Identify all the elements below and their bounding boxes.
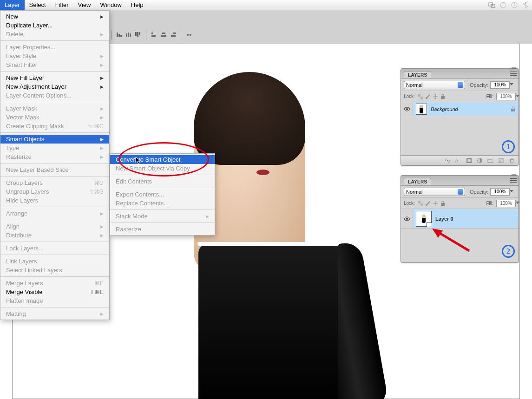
menu-item-type: Type▶: [0, 144, 109, 152]
fill-value[interactable]: 100%: [496, 200, 516, 207]
menu-item-rasterize: Rasterize▶: [0, 152, 109, 161]
smart-objects-submenu: Convert to Smart ObjectNew Smart Object …: [110, 153, 215, 235]
visibility-toggle[interactable]: [401, 209, 413, 228]
menu-item-new-layer-based-slice: New Layer Based Slice: [0, 165, 109, 174]
menu-item-ungroup-layers: Ungroup Layers⇧⌘G: [0, 187, 109, 196]
lock-position-icon[interactable]: [433, 201, 438, 206]
svg-rect-2: [120, 35, 122, 37]
svg-rect-0: [117, 33, 118, 37]
svg-text:fx: fx: [455, 158, 459, 163]
svg-rect-26: [420, 97, 423, 99]
lock-label: Lock:: [404, 201, 415, 206]
fill-value[interactable]: 100%: [496, 93, 516, 100]
menu-item-convert-to-smart-object[interactable]: Convert to Smart Object: [110, 155, 215, 164]
folder-icon[interactable]: [487, 157, 493, 164]
lock-all-icon[interactable]: [440, 94, 446, 99]
menu-item-lock-layers: Lock Layers...: [0, 244, 109, 253]
menu-item-export-contents: Export Contents...: [110, 190, 215, 199]
layer-row-layer0[interactable]: Layer 0: [401, 209, 519, 229]
opacity-value[interactable]: 100%: [490, 188, 510, 196]
menu-item-merge-visible[interactable]: Merge Visible⇧⌘E: [0, 288, 109, 296]
layer-name[interactable]: Layer 0: [435, 216, 453, 222]
menu-item-smart-objects[interactable]: Smart Objects▶: [0, 135, 109, 144]
menubar-view[interactable]: View: [73, 0, 96, 10]
svg-rect-11: [162, 33, 165, 34]
menu-item-new-fill-layer[interactable]: New Fill Layer▶: [0, 73, 109, 82]
new-layer-icon[interactable]: [498, 157, 504, 164]
panel-menu-icon[interactable]: [510, 71, 517, 76]
layers-tab[interactable]: LAYERS: [404, 178, 431, 185]
menu-separator: [0, 40, 109, 41]
menu-item-vector-mask: Vector Mask▶: [0, 113, 109, 122]
menu-separator: [0, 276, 109, 277]
panel-menu-icon[interactable]: [510, 177, 517, 183]
menu-separator: [0, 102, 109, 102]
fx-icon[interactable]: fx: [455, 157, 461, 164]
menubar-layer[interactable]: Layer: [0, 0, 25, 10]
menu-item-new-smart-object-via-copy: New Smart Object via Copy: [110, 164, 215, 173]
blend-mode-select[interactable]: Normal: [404, 81, 465, 89]
annotation-number-2: 2: [502, 245, 515, 258]
menu-separator: [0, 163, 109, 164]
layer-thumbnail[interactable]: [416, 104, 427, 115]
layer-thumbnail[interactable]: [416, 211, 432, 227]
layer-name[interactable]: Background: [431, 106, 458, 112]
menubar-help[interactable]: Help: [126, 0, 148, 10]
menubar-window[interactable]: Window: [96, 0, 126, 10]
lock-paint-icon[interactable]: [425, 201, 431, 206]
menu-item-group-layers: Group Layers⌘G: [0, 178, 109, 187]
svg-point-34: [467, 159, 471, 162]
link-icon[interactable]: [445, 157, 451, 164]
eye-icon: [404, 107, 410, 111]
panel-footer: fx: [401, 155, 519, 165]
smart-object-badge: [427, 222, 432, 227]
opacity-label: Opacity:: [470, 82, 488, 88]
lock-all-icon[interactable]: [440, 201, 446, 206]
sync-disabled-icon: [499, 1, 507, 9]
svg-point-27: [426, 97, 427, 99]
adjustment-icon[interactable]: [477, 157, 483, 164]
menu-item-new-adjustment-layer[interactable]: New Adjustment Layer▶: [0, 82, 109, 91]
svg-rect-6: [135, 32, 137, 36]
lock-position-icon[interactable]: [433, 94, 438, 99]
menu-separator: [0, 220, 109, 220]
layers-tab[interactable]: LAYERS: [404, 71, 431, 78]
layer-menu: New▶Duplicate Layer...Delete▶Layer Prope…: [0, 10, 110, 320]
menubar-select[interactable]: Select: [25, 0, 51, 10]
svg-rect-42: [441, 203, 445, 206]
svg-rect-7: [137, 32, 138, 37]
svg-point-30: [406, 108, 408, 110]
visibility-toggle[interactable]: [401, 102, 413, 116]
mask-icon[interactable]: [466, 157, 472, 164]
menu-item-create-clipping-mask: Create Clipping Mask⌥⌘G: [0, 122, 109, 131]
menu-separator: [110, 209, 215, 210]
layer-row-background[interactable]: Background: [401, 102, 519, 116]
menu-item-rasterize: Rasterize: [110, 225, 215, 234]
menu-separator: [110, 222, 215, 223]
menu-item-select-linked-layers: Select Linked Layers: [0, 266, 109, 275]
lock-transparency-icon[interactable]: [418, 201, 423, 206]
screens-icon[interactable]: [488, 1, 496, 9]
svg-rect-10: [151, 35, 156, 37]
lock-transparency-icon[interactable]: [418, 94, 423, 99]
menu-separator: [0, 242, 109, 242]
menu-separator: [0, 255, 109, 255]
menu-item-hide-layers: Hide Layers: [0, 196, 109, 205]
menu-item-arrange: Arrange▶: [0, 209, 109, 218]
blend-mode-select[interactable]: Normal: [404, 188, 465, 196]
trash-icon[interactable]: [509, 157, 515, 164]
lock-paint-icon[interactable]: [425, 94, 431, 99]
svg-rect-3: [126, 33, 127, 37]
svg-rect-14: [171, 35, 176, 37]
menu-item-duplicate-layer[interactable]: Duplicate Layer...: [0, 21, 109, 30]
menu-item-new[interactable]: New▶: [0, 12, 109, 21]
menu-separator: [0, 207, 109, 207]
menubar-filter[interactable]: Filter: [51, 0, 73, 10]
menu-item-edit-contents: Edit Contents: [110, 177, 215, 186]
opacity-value[interactable]: 100%: [490, 81, 510, 89]
svg-rect-4: [128, 33, 129, 37]
menu-item-delete: Delete▶: [0, 30, 109, 39]
menubar: Layer Select Filter View Window Help: [0, 0, 532, 10]
svg-rect-40: [420, 203, 423, 206]
menu-item-replace-contents: Replace Contents...: [110, 199, 215, 208]
